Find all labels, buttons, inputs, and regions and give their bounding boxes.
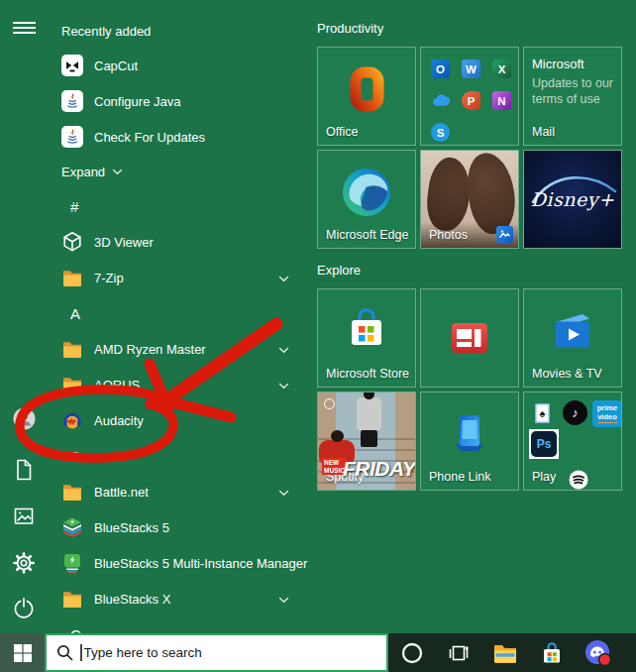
app-list-item-aorus[interactable]: AORUS	[48, 367, 313, 402]
app-label: Check For Updates	[94, 130, 205, 145]
power-icon	[12, 596, 36, 619]
label: B	[70, 448, 80, 465]
tile-play[interactable]: ♠ ♪ primevideo Ps Play	[523, 392, 622, 491]
tile-news[interactable]	[420, 288, 519, 388]
chevron-icon	[278, 597, 289, 604]
discord-icon	[584, 639, 612, 667]
app-list-item-configure-java[interactable]: Configure Java	[48, 83, 313, 119]
label: A	[70, 305, 80, 322]
app-label: AORUS	[94, 378, 140, 392]
chevron-icon	[278, 490, 289, 497]
cube3d-icon	[61, 231, 83, 253]
rail-button-menu[interactable]	[11, 15, 37, 41]
taskbar-search[interactable]	[45, 633, 388, 672]
app-list-item-bluestacks-5[interactable]: BlueStacks 5	[48, 509, 313, 545]
chevron-down-icon[interactable]	[278, 590, 289, 608]
tile-mail[interactable]: Microsoft Updates to our terms of useMai…	[523, 47, 622, 146]
tile-spotify[interactable]: NEWMUSIC FRIDAY Spotify	[317, 392, 416, 491]
java-icon	[61, 126, 83, 148]
rail-button-power[interactable]	[11, 595, 37, 620]
section-letter[interactable]: #	[48, 188, 313, 224]
word-icon: W	[462, 59, 480, 78]
photos-badge-icon	[498, 228, 511, 241]
app-list-item-check-for-updates[interactable]: Check For Updates	[48, 119, 313, 155]
section-letter[interactable]: A	[48, 295, 313, 331]
tile-disney[interactable]: Disney+	[523, 150, 622, 249]
label: Recently added	[61, 24, 151, 39]
spotify-ring-icon	[324, 398, 335, 409]
java-icon	[64, 93, 80, 109]
news-tile-icon	[444, 312, 495, 364]
rail-button-documents[interactable]	[11, 457, 37, 483]
edge-logo-icon	[340, 166, 393, 219]
section-letter[interactable]: B	[48, 438, 313, 474]
tile-msapps[interactable]: OWXPNS	[420, 47, 519, 146]
app-list-item-capcut[interactable]: CapCut	[48, 48, 313, 83]
taskbar-button-discord[interactable]	[575, 633, 621, 672]
search-input[interactable]	[82, 645, 387, 660]
tiktok-icon: ♪	[563, 400, 587, 425]
start-button[interactable]	[0, 633, 45, 672]
app-label: CapCut	[94, 58, 138, 73]
app-list-item-3d-viewer[interactable]: 3D Viewer	[48, 224, 313, 260]
app-list-item-7-zip[interactable]: 7-Zip	[48, 260, 313, 295]
tile-office[interactable]: Office	[317, 47, 416, 146]
taskbar-button-microsoft-store[interactable]	[528, 633, 575, 672]
movies-tile-icon	[547, 305, 598, 357]
phone-link-icon	[421, 392, 518, 476]
folder-icon	[61, 481, 83, 503]
rail-button-settings[interactable]	[11, 550, 37, 576]
app-label: Configure Java	[94, 94, 180, 109]
section-letter[interactable]: C	[48, 616, 313, 633]
bluestacks-icon	[61, 516, 83, 538]
taskbar-button-file-explorer[interactable]	[481, 633, 528, 672]
app-list-item-bluestacks-x[interactable]: BlueStacks X	[48, 581, 313, 616]
capcut-icon	[65, 58, 79, 72]
app-list-item-bluestacks-5-multi-instance-manager[interactable]: BlueStacks 5 Multi-Instance Manager	[48, 545, 313, 581]
chevron-icon	[278, 383, 289, 390]
tile-edge[interactable]: Microsoft Edge	[317, 150, 416, 249]
app-list-item-audacity[interactable]: Audacity	[48, 402, 313, 438]
tile-label: Mail	[532, 125, 555, 139]
tile-label: Microsoft Edge	[326, 228, 408, 242]
app-list-item-battle-net[interactable]: Battle.net	[48, 474, 313, 509]
chevron-icon	[278, 276, 289, 282]
store-tile-icon	[341, 305, 392, 357]
onedrive-icon	[431, 91, 450, 110]
expand-toggle[interactable]: Expand	[48, 155, 313, 188]
tile-photos[interactable]: Photos	[420, 150, 519, 249]
skype-icon: S	[431, 123, 450, 142]
tile-panel: ProductivityOfficeOWXPNSMicrosoft Update…	[317, 0, 636, 633]
cortana-icon	[400, 641, 424, 665]
tile-store[interactable]: Microsoft Store	[317, 288, 416, 388]
tile-phonelink[interactable]: Phone Link	[420, 392, 519, 491]
chevron-down-icon[interactable]	[278, 340, 289, 358]
app-list-item-amd-ryzen-master[interactable]: AMD Ryzen Master	[48, 331, 313, 367]
pictures-icon	[12, 504, 36, 528]
chevron-icon	[278, 347, 289, 354]
taskbar-button-task-view[interactable]	[435, 633, 481, 672]
tile-movies[interactable]: Movies & TV	[523, 288, 622, 388]
start-menu: Recently addedCapCutConfigure JavaCheck …	[0, 0, 636, 633]
explorer-icon	[492, 641, 518, 665]
prime-video-icon: primevideo	[592, 400, 622, 427]
mail-heading: Microsoft	[532, 56, 584, 71]
taskbar-button-cortana[interactable]	[388, 633, 435, 672]
mail-body: Updates to our terms of use	[532, 75, 617, 108]
document-icon	[12, 458, 36, 482]
label: Expand	[61, 165, 105, 179]
movies-tv-icon	[524, 289, 621, 373]
rail-button-user[interactable]	[11, 405, 37, 431]
chevron-down-icon[interactable]	[278, 483, 289, 501]
chevron-down-icon[interactable]	[278, 269, 289, 286]
microsoft-store-icon	[318, 289, 415, 373]
capcut-icon	[61, 55, 83, 76]
tile-group-label: Productivity	[317, 21, 383, 36]
taskview-icon	[447, 641, 471, 665]
folder-icon	[61, 338, 83, 360]
app-list: Recently addedCapCutConfigure JavaCheck …	[48, 14, 313, 633]
chevron-down-icon[interactable]	[278, 376, 289, 393]
rail-button-pictures[interactable]	[11, 504, 37, 529]
folder-icon	[61, 267, 83, 288]
folder-icon	[61, 588, 83, 610]
